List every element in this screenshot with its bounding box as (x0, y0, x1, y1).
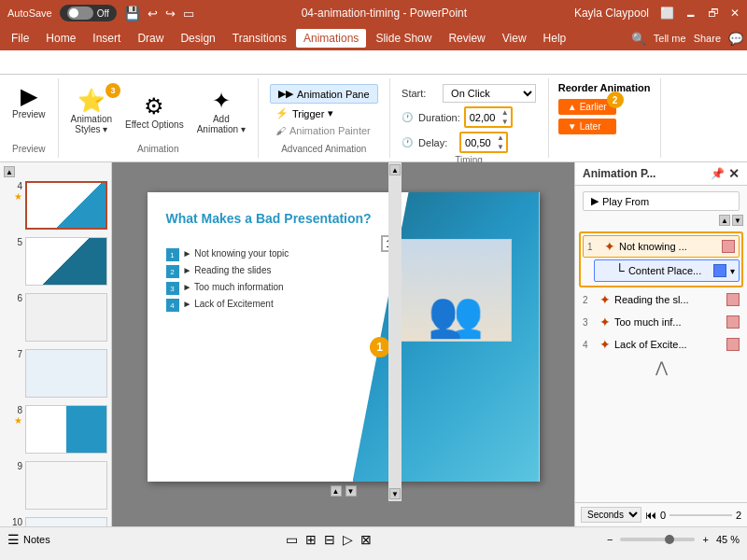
canvas-scroll-up[interactable]: ▲ (331, 485, 342, 497)
preview-button[interactable]: ▶ Preview (7, 82, 50, 122)
trigger-button[interactable]: ⚡ Trigger ▾ (270, 105, 378, 121)
save-icon[interactable]: 💾 (124, 6, 140, 21)
search-icon[interactable]: 🔍 (631, 32, 646, 46)
toggle-off-icon[interactable] (67, 7, 93, 20)
menu-design[interactable]: Design (173, 29, 222, 48)
anim-num-1: 1 (587, 242, 600, 252)
slide-5-thumbnail[interactable] (25, 237, 107, 286)
slide-10-thumbnail[interactable] (25, 517, 107, 526)
pane-close-icon[interactable]: ✕ (728, 166, 740, 181)
duration-down-icon[interactable]: ▼ (500, 118, 511, 127)
ribbon-group-reorder: Reorder Animation 2 ▲ Earlier ▼ Later (549, 78, 661, 158)
animation-pane-title: Animation P... (583, 167, 655, 180)
zoom-in-icon[interactable]: + (702, 534, 708, 545)
anim-dropdown-icon[interactable]: ▾ (730, 266, 735, 276)
pane-up-arrow[interactable]: ▲ (719, 215, 730, 226)
animation-styles-button[interactable]: ⭐ 3 AnimationStyles ▾ (66, 87, 117, 137)
slide-9-thumbnail[interactable] (25, 461, 107, 510)
close-button[interactable]: ✕ (730, 7, 740, 20)
view-presenter-icon[interactable]: ⊠ (360, 532, 372, 547)
slide-photo: 👥 (400, 239, 512, 342)
ribbon-toggle-icon[interactable]: ⬜ (660, 7, 674, 20)
delay-spinner[interactable]: ▲ ▼ (495, 133, 506, 151)
slide-thumb-5[interactable]: 5 (4, 235, 107, 287)
slide-6-thumbnail[interactable] (25, 293, 107, 342)
timeline-rewind-icon[interactable]: ⏮ (645, 509, 656, 522)
slide-7-thumbnail[interactable] (25, 349, 107, 398)
slide-panel-scroll-up[interactable]: ▲ (4, 166, 15, 177)
share-button[interactable]: Share (694, 33, 721, 44)
slide-thumb-4[interactable]: 4 ★ (4, 179, 107, 231)
duration-spinner[interactable]: ▲ ▼ (500, 108, 511, 126)
maximize-button[interactable]: 🗗 (708, 7, 719, 20)
slide-thumb-10[interactable]: 10 (4, 515, 107, 526)
menu-animations[interactable]: Animations (296, 29, 366, 48)
canvas-scroll-down[interactable]: ▼ (345, 485, 357, 497)
delay-clock-icon: 🕐 (402, 137, 413, 147)
move-later-button[interactable]: ▼ Later (558, 119, 616, 134)
menu-help[interactable]: Help (536, 29, 574, 48)
view-reading-icon[interactable]: ▷ (343, 532, 353, 547)
zoom-out-icon[interactable]: − (607, 534, 613, 545)
expand-toggle[interactable]: ⋀ (579, 358, 743, 376)
slide-thumb-7[interactable]: 7 (4, 347, 107, 399)
delay-up-icon[interactable]: ▲ (495, 133, 506, 143)
slide-4-thumbnail[interactable] (25, 181, 107, 230)
list-num-2: 2 (166, 265, 179, 278)
anim-item-content-place[interactable]: └ Content Place... ▾ (594, 259, 740, 282)
animation-painter-button[interactable]: 🖌 Animation Painter (270, 123, 378, 138)
zoom-thumb[interactable] (665, 535, 674, 544)
slide-thumb-6[interactable]: 6 (4, 291, 107, 343)
canvas-scroll-top[interactable]: ▲ (389, 164, 401, 175)
animation-pane-button[interactable]: ▶▶ Animation Pane (270, 84, 378, 104)
expand-icon[interactable]: ⋀ (655, 358, 668, 376)
anim-item-3[interactable]: 3 ✦ Too much inf... (579, 312, 743, 332)
present-icon[interactable]: ▭ (183, 7, 194, 21)
play-from-button[interactable]: ▶ Play From (583, 191, 740, 211)
slide-canvas[interactable]: What Makes a Bad Presentation? 1 ► Not k… (148, 192, 540, 482)
menu-transitions[interactable]: Transitions (225, 29, 294, 48)
undo-icon[interactable]: ↩ (148, 7, 158, 21)
tell-me-label[interactable]: Tell me (654, 33, 686, 44)
slide-thumb-8[interactable]: 8 ★ (4, 403, 107, 455)
menu-file[interactable]: File (4, 29, 36, 48)
slide-8-thumbnail[interactable] (25, 405, 107, 454)
view-slide-sorter-icon[interactable]: ⊟ (324, 532, 335, 547)
menu-insert[interactable]: Insert (85, 29, 128, 48)
duration-input[interactable]: 02,00 (466, 110, 500, 125)
start-select[interactable]: On Click With Previous After Previous (443, 84, 536, 103)
minimize-button[interactable]: 🗕 (685, 7, 697, 20)
view-normal-icon[interactable]: ▭ (286, 532, 298, 547)
pane-pin-icon[interactable]: 📌 (711, 167, 725, 180)
anim-item-1[interactable]: 1 ✦ Not knowing ... (583, 235, 740, 258)
delay-input[interactable]: 00,50 (461, 135, 495, 150)
menu-slideshow[interactable]: Slide Show (368, 29, 439, 48)
notes-button[interactable]: ☰ Notes (7, 532, 50, 547)
anim-color-cp (713, 264, 726, 277)
menu-review[interactable]: Review (441, 29, 492, 48)
view-outline-icon[interactable]: ⊞ (305, 532, 317, 547)
anim-item-2[interactable]: 2 ✦ Reading the sl... (579, 289, 743, 310)
redo-icon[interactable]: ↪ (165, 7, 176, 21)
menu-view[interactable]: View (495, 29, 534, 48)
seconds-select[interactable]: Seconds (581, 507, 641, 523)
autosave-toggle[interactable]: Off (60, 5, 117, 21)
duration-up-icon[interactable]: ▲ (500, 108, 511, 118)
anim-item-4[interactable]: 4 ✦ Lack of Excite... (579, 334, 743, 355)
effect-options-button[interactable]: ⚙ Effect Options (120, 92, 189, 133)
effect-options-label: Effect Options (125, 119, 184, 130)
timeline-start-label: 0 (660, 510, 666, 521)
comments-icon[interactable]: 💬 (728, 32, 743, 46)
menu-draw[interactable]: Draw (130, 29, 171, 48)
list-text-2: ► Reading the slides (183, 265, 272, 275)
canvas-scroll-bottom[interactable]: ▼ (389, 488, 401, 499)
zoom-slider[interactable] (620, 538, 695, 541)
slide-list: 1 ► Not knowing your topic 2 ► Reading t… (166, 248, 289, 315)
pane-down-arrow[interactable]: ▼ (732, 215, 743, 226)
delay-down-icon[interactable]: ▼ (495, 143, 506, 152)
canvas-scrollbar[interactable]: ▲ ▼ (388, 162, 402, 501)
menu-home[interactable]: Home (38, 29, 83, 48)
badge-3: 3 (106, 83, 120, 98)
add-animation-button[interactable]: ✦ AddAnimation ▾ (192, 87, 250, 137)
slide-thumb-9[interactable]: 9 (4, 459, 107, 511)
